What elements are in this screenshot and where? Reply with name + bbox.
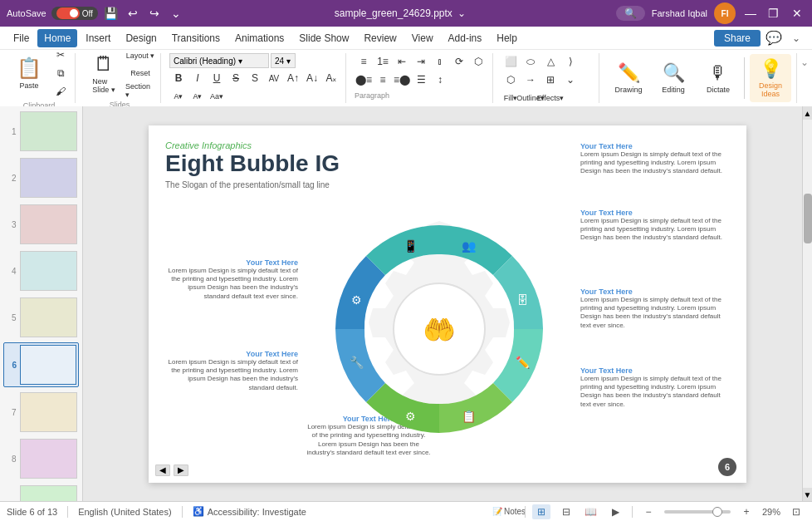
arrange-button[interactable]: ⊞ (541, 71, 560, 88)
font-color-button[interactable]: A▾ (169, 88, 188, 105)
close-icon[interactable]: ✕ (789, 5, 805, 22)
notes-button[interactable]: 📝 Notes (500, 504, 518, 519)
increase-indent-button[interactable]: ⇥ (412, 53, 430, 70)
dictate-button[interactable]: 🎙 Dictate (697, 54, 739, 102)
fit-slide-button[interactable]: ⊡ (787, 504, 805, 519)
normal-view-button[interactable]: ⊞ (532, 504, 550, 519)
shapes-more[interactable]: ⌄ (561, 71, 580, 88)
section-button[interactable]: Section ▾ (125, 82, 155, 99)
shape-1[interactable]: ⬜ (501, 53, 520, 70)
autosave-toggle[interactable] (56, 7, 80, 19)
paste-button[interactable]: 📋 Paste (8, 49, 50, 97)
shape-2[interactable]: ⬭ (521, 53, 540, 70)
slide-thumb-4[interactable]: 4 (3, 249, 79, 292)
zoom-slider[interactable] (664, 510, 731, 514)
slide-title: Eight Bubble IG (165, 150, 340, 177)
line-spacing-button[interactable]: ↕ (431, 71, 449, 88)
autosave-badge[interactable]: Off (51, 7, 98, 20)
format-painter-button[interactable]: 🖌 (51, 83, 70, 100)
slide-thumb-1[interactable]: 1 (3, 110, 79, 153)
shape-4[interactable]: ⟩ (561, 53, 580, 70)
menu-slideshow[interactable]: Slide Show (292, 29, 355, 47)
slide-thumb-7[interactable]: 7 (3, 391, 79, 434)
convert-smartart-button[interactable]: ⬡ (469, 53, 487, 70)
slide-thumb-8[interactable]: 8 (3, 437, 79, 480)
italic-button[interactable]: I (188, 70, 207, 86)
text-transform-button[interactable]: Aa▾ (208, 88, 226, 105)
text-direction-button[interactable]: ⟳ (450, 53, 468, 70)
undo-icon[interactable]: ↩ (125, 5, 141, 22)
bullets-button[interactable]: ≡ (355, 53, 373, 70)
slide-thumb-2[interactable]: 2 (3, 156, 79, 199)
copy-button[interactable]: ⧉ (51, 65, 70, 81)
menu-addins[interactable]: Add-ins (442, 29, 489, 47)
layout-button[interactable]: Layout ▾ (125, 47, 155, 64)
menu-design[interactable]: Design (119, 29, 163, 47)
slide-thumb-6[interactable]: 6 (3, 342, 79, 387)
new-slide-button[interactable]: 🗒 NewSlide ▾ (84, 49, 124, 97)
restore-icon[interactable]: ❐ (766, 5, 782, 22)
align-right-button[interactable]: ≡⬤ (393, 71, 411, 88)
menu-help[interactable]: Help (490, 29, 524, 47)
highlight-button[interactable]: A▾ (188, 88, 207, 105)
char-spacing-button[interactable]: AV (265, 70, 283, 86)
customize-icon[interactable]: ⌄ (168, 5, 184, 22)
decrease-indent-button[interactable]: ⇤ (393, 53, 411, 70)
shape-effects-button[interactable]: Effects▾ (541, 90, 560, 106)
nav-prev-button[interactable]: ◀ (155, 464, 170, 476)
share-button[interactable]: Share (714, 30, 761, 47)
nav-next-button[interactable]: ▶ (174, 464, 188, 476)
menu-insert[interactable]: Insert (79, 29, 117, 47)
menu-animations[interactable]: Animations (228, 29, 291, 47)
slide-canvas[interactable]: Creative Infographics Eight Bubble IG Th… (149, 125, 746, 483)
reset-button[interactable]: Reset (125, 65, 155, 81)
minimize-icon[interactable]: — (742, 5, 759, 22)
scroll-thumb[interactable] (804, 194, 812, 243)
font-family-selector[interactable]: Calibri (Heading) ▾ (169, 53, 269, 68)
shape-3[interactable]: △ (541, 53, 560, 70)
zoom-thumb[interactable] (712, 507, 722, 517)
collapse-ribbon-button[interactable]: ⌄ (787, 29, 805, 47)
drawing-button[interactable]: ✏️ Drawing (608, 54, 649, 102)
columns-button[interactable]: ⫾ (431, 53, 449, 70)
shadow-button[interactable]: S (246, 70, 264, 86)
designer-button[interactable]: 💡 DesignIdeas (750, 54, 791, 102)
comments-button[interactable]: 💬 (762, 29, 785, 47)
numbering-button[interactable]: 1≡ (374, 53, 392, 70)
redo-icon[interactable]: ↪ (146, 5, 163, 22)
scroll-up-button[interactable]: ▲ (803, 106, 812, 120)
underline-button[interactable]: U (208, 70, 226, 86)
align-center-button[interactable]: ≡ (374, 71, 392, 88)
menu-transitions[interactable]: Transitions (165, 29, 227, 47)
menu-file[interactable]: File (7, 29, 36, 47)
zoom-out-button[interactable]: − (639, 504, 658, 519)
dropdown-icon[interactable]: ⌄ (457, 7, 466, 19)
cut-button[interactable]: ✂ (51, 47, 70, 63)
slide-thumb-5[interactable]: 5 (3, 296, 79, 339)
slide-sorter-button[interactable]: ⊟ (557, 504, 575, 519)
slide-thumb-3[interactable]: 3 (3, 203, 79, 246)
menu-review[interactable]: Review (357, 29, 403, 47)
menu-home[interactable]: Home (37, 29, 77, 47)
slideshow-button[interactable]: ▶ (607, 504, 625, 519)
editing-button[interactable]: 🔍 Editing (653, 54, 694, 102)
collapse-arrow[interactable]: ⌄ (800, 53, 809, 103)
reading-view-button[interactable]: 📖 (582, 504, 600, 519)
svg-text:👥: 👥 (462, 239, 477, 253)
justify-button[interactable]: ☰ (412, 71, 430, 88)
save-icon[interactable]: 💾 (103, 5, 120, 22)
align-left-button[interactable]: ⬤≡ (355, 71, 373, 88)
font-size-selector[interactable]: 24 ▾ (271, 53, 296, 68)
accessibility-button[interactable]: ♿ Accessibility: Investigate (193, 506, 306, 517)
shape-arrow[interactable]: → (521, 71, 540, 88)
scroll-down-button[interactable]: ▼ (803, 488, 812, 501)
shape-5[interactable]: ⬡ (501, 71, 520, 88)
strikethrough-button[interactable]: S (227, 70, 245, 86)
bold-button[interactable]: B (169, 70, 188, 86)
slide-thumb-9[interactable]: 9 (3, 484, 79, 501)
zoom-in-button[interactable]: + (737, 504, 756, 519)
increase-font-button[interactable]: A↑ (284, 70, 302, 86)
clear-format-button[interactable]: Aₓ (322, 70, 340, 86)
decrease-font-button[interactable]: A↓ (303, 70, 321, 86)
menu-view[interactable]: View (405, 29, 440, 47)
